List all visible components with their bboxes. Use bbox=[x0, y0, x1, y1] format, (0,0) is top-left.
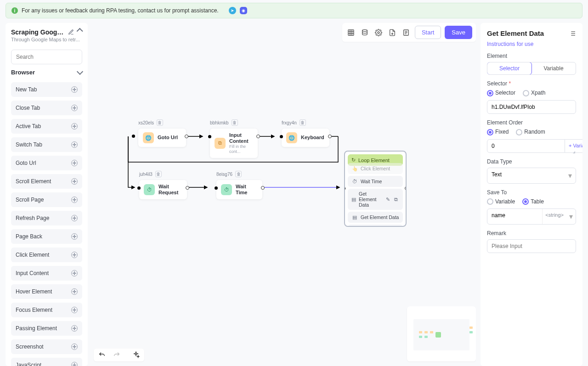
save-button[interactable]: Save bbox=[445, 26, 472, 39]
node-input-content[interactable]: bbhkmkb🗑 ⧉ Input Content Fill in the con… bbox=[210, 129, 258, 158]
add-icon[interactable] bbox=[71, 233, 78, 240]
add-icon[interactable] bbox=[71, 86, 78, 93]
delete-icon[interactable]: 🗑 bbox=[235, 171, 242, 177]
block-click-element[interactable]: Click Element bbox=[11, 248, 82, 262]
block-page-back[interactable]: Page Back bbox=[11, 229, 82, 244]
selector-input[interactable] bbox=[487, 100, 576, 114]
start-button[interactable]: Start bbox=[415, 26, 441, 39]
add-icon[interactable] bbox=[71, 197, 78, 203]
block-switch-tab[interactable]: Switch Tab bbox=[11, 137, 82, 152]
radio-fixed[interactable]: Fixed bbox=[487, 129, 509, 135]
block-scroll-element[interactable]: Scroll Element bbox=[11, 174, 82, 189]
node-keyboard[interactable]: frxgy4n🗑 🌐 Keyboard bbox=[282, 129, 329, 147]
delete-icon[interactable]: 🗑 bbox=[300, 119, 306, 126]
node-goto-url[interactable]: xs20els🗑 🌐 Goto Url bbox=[138, 129, 186, 147]
add-icon[interactable] bbox=[71, 362, 78, 366]
in-port[interactable] bbox=[280, 135, 283, 138]
datatype-select[interactable]: Text ▾ bbox=[487, 168, 576, 184]
category-header[interactable]: Browser bbox=[6, 64, 88, 79]
block-screenshot[interactable]: Screenshot bbox=[11, 339, 82, 354]
add-icon[interactable] bbox=[71, 215, 78, 221]
loop-row[interactable]: ▤Get Element Data bbox=[348, 225, 403, 227]
delete-icon[interactable]: 🗑 bbox=[157, 119, 163, 126]
block-close-tab[interactable]: Close Tab bbox=[11, 101, 82, 115]
canvas[interactable]: Start Save xs20els🗑 bbox=[92, 23, 476, 366]
out-port[interactable] bbox=[185, 135, 188, 138]
telegram-icon[interactable]: ➤ bbox=[229, 7, 236, 14]
panel-title: Get Element Data bbox=[487, 29, 544, 37]
start-port[interactable] bbox=[132, 135, 135, 138]
edit-icon[interactable]: ✎ bbox=[384, 196, 391, 203]
radio-selector[interactable]: Selector bbox=[487, 90, 515, 96]
remark-input[interactable] bbox=[487, 239, 576, 253]
discord-icon[interactable]: ◉ bbox=[240, 7, 247, 14]
in-port[interactable] bbox=[215, 186, 218, 190]
radio-saveto-variable[interactable]: Variable bbox=[487, 198, 515, 205]
add-icon[interactable] bbox=[71, 288, 78, 295]
top-toolbar: Start Save bbox=[342, 23, 476, 42]
block-focus-element[interactable]: Focus Element bbox=[11, 303, 82, 317]
add-icon[interactable] bbox=[71, 141, 78, 148]
resize-handle[interactable] bbox=[573, 151, 575, 153]
node-wait-request[interactable]: juh4il3🗑 ⏱ Wait Request bbox=[139, 180, 187, 199]
saveto-field-select[interactable]: name <string> ▾ bbox=[487, 208, 576, 225]
loop-row[interactable]: ▤Get Element Data bbox=[348, 212, 403, 223]
add-icon[interactable] bbox=[71, 160, 78, 166]
seg-variable[interactable]: Variable bbox=[531, 62, 576, 74]
list-icon[interactable] bbox=[569, 30, 576, 37]
in-port[interactable] bbox=[208, 135, 211, 138]
loop-row[interactable]: 👆Click Element bbox=[348, 163, 403, 174]
block-list[interactable]: New TabClose TabActive TabSwitch TabGoto… bbox=[6, 79, 88, 366]
seg-selector[interactable]: Selector bbox=[487, 62, 532, 75]
block-hover-element[interactable]: Hover Element bbox=[11, 284, 82, 299]
notes-icon[interactable] bbox=[401, 28, 411, 38]
copy-icon[interactable]: ⧉ bbox=[393, 196, 399, 203]
block-javascript[interactable]: JavaScript bbox=[11, 358, 82, 366]
database-icon[interactable] bbox=[360, 28, 370, 38]
block-goto-url[interactable]: Goto Url bbox=[11, 156, 82, 170]
sparkle-icon[interactable] bbox=[132, 351, 140, 359]
block-refresh-page[interactable]: Refresh Page bbox=[11, 211, 82, 225]
redo-icon[interactable] bbox=[113, 351, 120, 359]
chevron-down-icon bbox=[77, 68, 83, 74]
add-icon[interactable] bbox=[71, 123, 78, 130]
delete-icon[interactable]: 🗑 bbox=[155, 171, 162, 177]
radio-saveto-table[interactable]: Table bbox=[522, 198, 544, 205]
block-input-content[interactable]: Input Content bbox=[11, 266, 82, 281]
add-icon[interactable] bbox=[71, 252, 78, 258]
out-port[interactable] bbox=[256, 135, 260, 138]
search-input[interactable] bbox=[11, 50, 82, 64]
add-icon[interactable] bbox=[71, 325, 78, 332]
block-scroll-page[interactable]: Scroll Page bbox=[11, 192, 82, 207]
undo-icon[interactable] bbox=[98, 351, 106, 359]
add-icon[interactable] bbox=[71, 343, 78, 350]
radio-xpath[interactable]: Xpath bbox=[523, 90, 545, 96]
add-icon[interactable] bbox=[71, 105, 78, 111]
block-active-tab[interactable]: Active Tab bbox=[11, 119, 82, 134]
out-port[interactable] bbox=[405, 186, 407, 190]
add-icon[interactable] bbox=[71, 178, 78, 185]
export-icon[interactable] bbox=[387, 28, 397, 38]
block-passing-element[interactable]: Passing Element bbox=[11, 321, 82, 336]
instructions-link[interactable]: Instructions for use bbox=[487, 41, 576, 47]
settings-icon[interactable] bbox=[373, 28, 384, 38]
loop-container[interactable]: m15kmxq🗑 ↻ Loop Element 👆Click Element⏱W… bbox=[344, 151, 407, 227]
out-port[interactable] bbox=[186, 186, 189, 190]
delete-icon[interactable]: 🗑 bbox=[232, 119, 238, 126]
block-new-tab[interactable]: New Tab bbox=[11, 82, 82, 97]
loop-row[interactable]: ▤Get Element Data✎⧉ bbox=[348, 189, 403, 210]
collapse-icon[interactable] bbox=[77, 28, 83, 34]
grid-icon[interactable] bbox=[346, 28, 356, 38]
order-input[interactable] bbox=[487, 139, 565, 153]
add-icon[interactable] bbox=[71, 307, 78, 313]
in-port[interactable] bbox=[137, 186, 141, 190]
out-port[interactable] bbox=[328, 135, 332, 138]
minimap[interactable] bbox=[407, 306, 476, 361]
add-icon[interactable] bbox=[71, 270, 78, 276]
radio-random[interactable]: Random bbox=[516, 129, 545, 135]
node-wait-time[interactable]: 8eisg76🗑 ⏱ Wait Time bbox=[216, 180, 262, 199]
edit-icon[interactable] bbox=[68, 29, 74, 35]
loop-row[interactable]: ⏱Wait Time bbox=[348, 176, 403, 187]
out-port[interactable] bbox=[261, 186, 265, 190]
element-mode-segment[interactable]: Selector Variable bbox=[487, 62, 576, 75]
